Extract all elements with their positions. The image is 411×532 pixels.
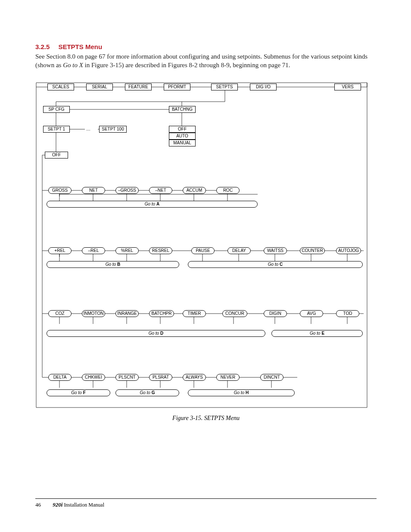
goto-h-letter: H (246, 390, 249, 395)
goto-g-pre: Go to (140, 390, 150, 395)
opt-negrel: –REL (82, 247, 105, 254)
opt-concur: CONCUR (222, 310, 247, 317)
goto-e-letter: E (321, 331, 324, 336)
menu-spcfg: SP CFG (43, 106, 70, 113)
menu-vers: VERS (334, 84, 361, 90)
menu-pformt: PFORMT (164, 84, 190, 90)
opt-batchpr: BATCHPR (149, 310, 174, 317)
opt-plscnt: PLSCNT (115, 374, 139, 381)
goto-b-letter: B (117, 262, 120, 267)
page-footer: 46 920i Installation Manual (35, 498, 377, 508)
goto-c-letter: C (280, 262, 283, 267)
goto-b: Go to B (47, 261, 179, 268)
opt-accum: ACCUM (183, 187, 206, 194)
opt-coz: COZ (48, 310, 72, 317)
goto-a-pre: Go to (145, 202, 155, 206)
opt-roc: ROC (216, 187, 240, 194)
goto-c-pre: Go to (268, 262, 278, 267)
heading-number: 3.2.5 (35, 43, 50, 50)
opt-plsrat: PLSRAT (149, 374, 172, 381)
goto-d-letter: D (160, 331, 163, 336)
opt-never: NEVER (216, 374, 240, 381)
goto-f: Go to F (47, 389, 110, 396)
setpt-ellipsis: … (86, 127, 90, 131)
opt-gross: GROSS (48, 187, 72, 194)
goto-e-pre: Go to (310, 331, 320, 336)
figure-caption: Figure 3-15. SETPTS Menu (35, 415, 377, 422)
opt-pctrel: %REL (115, 247, 139, 254)
opt-inmoton: INMOTON (82, 310, 105, 317)
opt-pause: PAUSE (191, 247, 215, 254)
opt-timer: TIMER (183, 310, 206, 317)
menu-batchng: BATCHNG (169, 106, 196, 113)
goto-c: Go to C (188, 261, 363, 268)
section-heading: 3.2.5SETPTS Menu (35, 43, 377, 50)
goto-g: Go to G (115, 389, 179, 396)
goto-g-letter: G (152, 390, 155, 395)
opt-inrange: INRANGE (115, 310, 139, 317)
batch-auto: AUTO (169, 133, 196, 140)
goto-b-pre: Go to (106, 262, 116, 267)
batch-off: OFF (169, 126, 196, 133)
opt-neggross: –GROSS (115, 187, 139, 194)
batch-manual: MANUAL (169, 140, 196, 146)
menu-scales: SCALES (47, 84, 74, 90)
goto-h-pre: Go to (234, 390, 244, 395)
opt-tod: TOD (336, 310, 359, 317)
goto-h: Go to H (188, 389, 295, 396)
opt-dincnt: DINCNT (260, 374, 283, 381)
heading-title: SETPTS Menu (58, 43, 102, 50)
lead-paragraph: See Section 8.0 on page 67 for more info… (35, 52, 377, 70)
opt-digin: DIGIN (264, 310, 287, 317)
opt-always: ALWAYS (183, 374, 206, 381)
menu-setpt1: SETPT 1 (43, 126, 70, 133)
page-number: 46 (35, 501, 41, 508)
goto-e: Go to E (271, 330, 363, 337)
goto-d: Go to D (47, 330, 265, 337)
book-title-rest: Installation Manual (62, 502, 104, 508)
goto-a: Go to A (47, 201, 258, 208)
lead-text-2: in Figure 3-15) are described in Figures… (83, 62, 290, 68)
opt-autojog: AUTOJOG (336, 247, 361, 254)
goto-f-letter: F (83, 390, 86, 395)
setpt-off: OFF (45, 152, 68, 159)
goto-x-text: Go to X (63, 62, 83, 68)
menu-setpts: SETPTS (211, 84, 238, 90)
opt-avg: AVG (300, 310, 323, 317)
opt-negnet: –NET (149, 187, 172, 194)
opt-resrel: RESREL (149, 247, 172, 254)
goto-d-pre: Go to (149, 331, 159, 336)
goto-a-letter: A (156, 202, 159, 206)
menu-digio: DIG I/O (250, 84, 277, 90)
opt-net: NET (82, 187, 105, 194)
opt-delay: DELAY (227, 247, 251, 254)
goto-f-pre: Go to (71, 390, 81, 395)
opt-counter: COUNTER (300, 247, 325, 254)
opt-chkwei: CHKWEI (82, 374, 105, 381)
opt-posrel: +REL (48, 247, 72, 254)
menu-serial: SERIAL (86, 84, 113, 90)
menu-setpt100: SETPT 100 (99, 126, 127, 133)
opt-delta: DELTA (48, 374, 72, 381)
book-title-italic: 920i (53, 501, 62, 508)
opt-waitss: WAITSS (264, 247, 287, 254)
menu-feature: FEATURE (125, 84, 152, 90)
menu-tree-diagram: SCALES SERIAL FEATURE PFORMT SETPTS DIG … (35, 76, 368, 410)
